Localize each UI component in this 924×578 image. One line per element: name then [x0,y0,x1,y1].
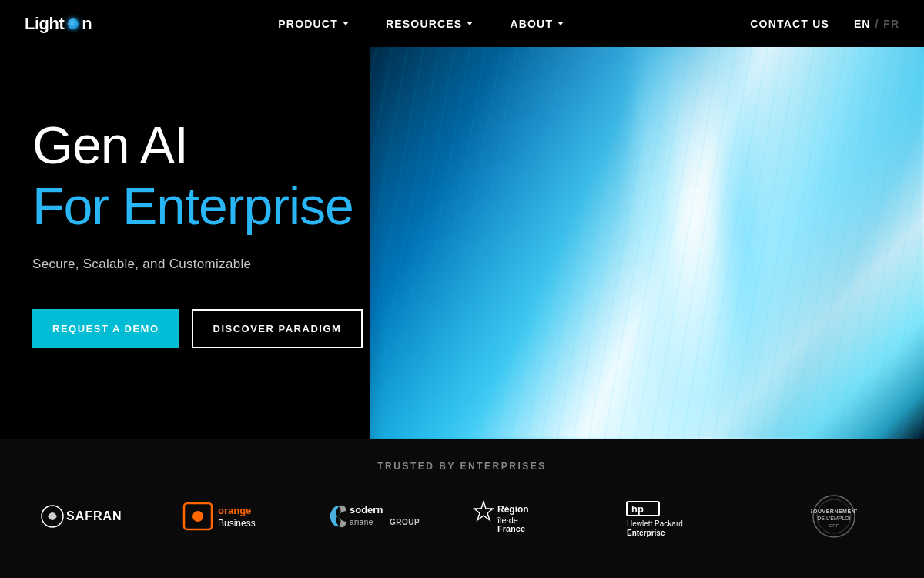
svg-text:Région: Région [497,504,529,515]
lang-fr[interactable]: FR [883,18,899,30]
hero-subtitle: Secure, Scalable, and Customizable [32,257,363,272]
crf-logo: GOUVERNEMENT DE L'EMPLOI CRF [760,493,909,539]
hp-enterprise-logo: hp Hewlett Packard Enterprise [611,496,759,538]
nav-links: PRODUCT RESOURCES ABOUT [92,18,750,30]
chevron-down-icon [557,22,564,25]
hero-title-line2: For Enterprise [32,177,363,235]
navbar: Lightn PRODUCT RESOURCES ABOUT CONTACT U… [0,0,924,47]
hero-title-line1: Gen AI [32,116,363,174]
svg-text:SAFRAN: SAFRAN [66,509,122,523]
svg-text:France: France [497,524,525,533]
svg-text:ariane: ariane [350,518,373,526]
logo-text-right: n [82,14,92,34]
chevron-down-icon [343,22,349,25]
trusted-section: TRUSTED BY ENTERPRISES SAFRAN orange Bus… [0,439,924,578]
light-streak-4 [758,0,788,439]
orange-business-logo: orange Business [164,497,313,536]
sodern-logo-svg: sodern arianeGROUP [322,497,453,536]
svg-text:Business: Business [218,518,256,529]
nav-item-resources[interactable]: RESOURCES [386,18,473,30]
hero-buttons: REQUEST A DEMO DISCOVER PARADIGM [32,309,363,348]
svg-marker-9 [474,502,493,520]
lang-separator: / [875,18,879,30]
svg-text:CRF: CRF [829,523,839,528]
hero-content: Gen AI For Enterprise Secure, Scalable, … [32,47,363,348]
nav-item-about[interactable]: ABOUT [510,18,564,30]
light-streak-3 [719,0,758,439]
trusted-label: TRUSTED BY ENTERPRISES [377,461,546,472]
svg-text:orange: orange [218,505,251,516]
hero-background [370,0,924,439]
partner-logos-row: SAFRAN orange Business sodern arianeGROU… [0,493,924,539]
orange-logo-svg: orange Business [181,497,296,536]
language-switcher: EN / FR [854,18,899,30]
logo-text-light: Light [25,14,64,34]
safran-logo-svg: SAFRAN [40,501,140,532]
sodern-logo: sodern arianeGROUP [313,497,462,536]
discover-paradigm-button[interactable]: DISCOVER PARADIGM [192,309,363,348]
request-demo-button[interactable]: REQUEST A DEMO [32,309,179,348]
light-streak-1 [636,0,682,439]
contact-us-link[interactable]: CONTACT US [750,18,829,30]
region-idf-logo-svg: Région île·deFrance [471,497,602,536]
svg-text:GROUP: GROUP [390,518,420,526]
lang-en[interactable]: EN [854,18,870,30]
hp-logo-svg: hp Hewlett Packard Enterprise [624,496,747,538]
logo[interactable]: Lightn [25,14,92,34]
svg-text:GOUVERNEMENT: GOUVERNEMENT [811,509,857,514]
region-idf-logo: Région île·deFrance [462,497,611,536]
safran-logo: SAFRAN [15,501,164,532]
logo-dot [68,18,79,29]
light-streak-2 [675,0,736,439]
svg-text:Enterprise: Enterprise [627,529,665,537]
nav-item-product[interactable]: PRODUCT [278,18,349,30]
svg-text:DE L'EMPLOI: DE L'EMPLOI [818,516,851,521]
crf-logo-svg: GOUVERNEMENT DE L'EMPLOI CRF [811,493,857,539]
hero-section: Gen AI For Enterprise Secure, Scalable, … [0,0,924,439]
svg-point-3 [192,511,203,522]
svg-text:Hewlett Packard: Hewlett Packard [627,519,683,528]
svg-text:sodern: sodern [350,504,383,516]
svg-text:hp: hp [631,503,644,515]
chevron-down-icon [467,22,473,25]
